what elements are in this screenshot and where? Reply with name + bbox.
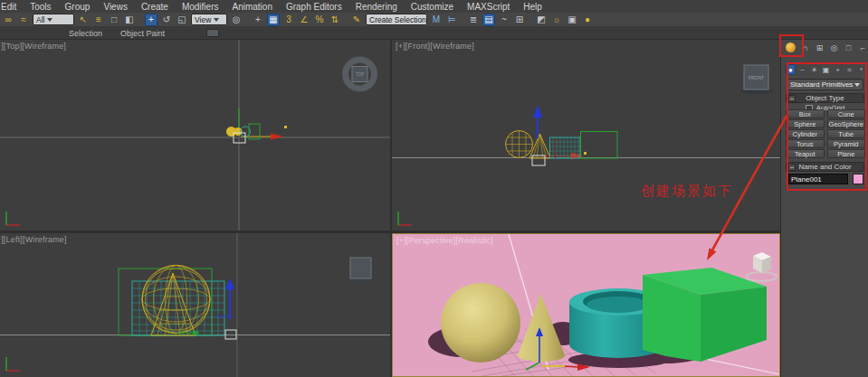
subcat-space-warps-icon[interactable]: ≈ bbox=[844, 64, 854, 75]
subcat-geometry-icon[interactable]: ● bbox=[786, 64, 796, 75]
cone-left-view[interactable] bbox=[151, 273, 196, 335]
sphere-3d[interactable] bbox=[441, 283, 520, 363]
viewport-top[interactable]: [+][Top][Wireframe] TOP bbox=[0, 40, 390, 231]
plane-button[interactable]: Plane bbox=[827, 149, 866, 158]
curve-editor-icon[interactable]: ~ bbox=[498, 14, 510, 26]
select-object-icon[interactable]: ↖ bbox=[77, 14, 90, 26]
render-icon[interactable]: ● bbox=[581, 14, 594, 26]
axis-tick bbox=[584, 152, 587, 155]
annotation-caption: 创建场景如下 bbox=[641, 183, 733, 200]
ribbon-minimize-icon[interactable] bbox=[206, 29, 219, 37]
subcat-helpers-icon[interactable]: + bbox=[833, 64, 843, 75]
viewport-left[interactable]: [+][Left][Wireframe] bbox=[0, 233, 390, 377]
tab-modify-icon[interactable]: ∩ bbox=[799, 42, 811, 53]
viewcube-perspective[interactable] bbox=[746, 252, 777, 281]
cylinder-button[interactable]: Cylinder bbox=[786, 129, 825, 138]
sphere-front-view[interactable] bbox=[506, 131, 533, 158]
chevron-down-icon bbox=[47, 18, 52, 22]
window-crossing-icon[interactable]: ◧ bbox=[123, 14, 136, 26]
viewcube-left[interactable] bbox=[346, 258, 375, 284]
menu-create[interactable]: Create bbox=[141, 2, 168, 12]
gizmo-x-arrowhead[interactable] bbox=[271, 134, 283, 140]
viewcube-front[interactable]: FRONT bbox=[740, 65, 773, 94]
subcat-cameras-icon[interactable]: ▣ bbox=[821, 64, 831, 75]
layer-manager-icon[interactable]: ≣ bbox=[467, 14, 480, 26]
subcat-systems-icon[interactable]: * bbox=[856, 64, 866, 75]
select-by-name-icon[interactable]: ≡ bbox=[92, 14, 105, 26]
object-color-swatch[interactable] bbox=[853, 174, 863, 184]
rendered-frame-icon[interactable]: ▣ bbox=[566, 14, 578, 26]
material-editor-icon[interactable]: ◩ bbox=[535, 14, 548, 26]
ribbon-tab-selection[interactable]: Selection bbox=[60, 29, 111, 38]
menu-views[interactable]: Views bbox=[103, 2, 128, 12]
viewport-perspective[interactable]: [+][Perspective][Realistic] bbox=[392, 233, 780, 377]
menu-graph-editors[interactable]: Graph Editors bbox=[286, 2, 342, 12]
menu-animation[interactable]: Animation bbox=[232, 2, 272, 12]
axis-tick bbox=[284, 126, 287, 128]
mirror-icon[interactable]: M bbox=[430, 14, 443, 26]
percent-snap-icon[interactable]: % bbox=[313, 14, 326, 26]
cone-button[interactable]: Cone bbox=[827, 109, 866, 118]
keyboard-override-icon[interactable]: ▦ bbox=[267, 14, 280, 26]
angle-snap-icon[interactable]: ∠ bbox=[298, 14, 310, 26]
select-and-link-icon[interactable]: ∞ bbox=[2, 14, 14, 26]
menu-help[interactable]: Help bbox=[523, 2, 542, 12]
geosphere-button[interactable]: GeoSphere bbox=[827, 119, 866, 128]
torus-button[interactable]: Torus bbox=[786, 139, 825, 148]
snap-3d-icon[interactable]: 3 bbox=[282, 14, 295, 26]
select-and-scale-icon[interactable]: ◱ bbox=[176, 14, 188, 26]
collapse-icon[interactable]: − bbox=[788, 95, 796, 102]
align-icon[interactable]: ⊨ bbox=[445, 14, 458, 26]
viewport-top-label[interactable]: [+][Top][Wireframe] bbox=[0, 42, 66, 51]
menu-customize[interactable]: Customize bbox=[411, 2, 453, 12]
pyramid-button[interactable]: Pyramid bbox=[827, 139, 866, 148]
name-and-color-rollout[interactable]: − Name and Color bbox=[786, 162, 864, 172]
tab-motion-icon[interactable]: ◎ bbox=[828, 42, 840, 53]
named-selection-sets-icon[interactable]: ✎ bbox=[350, 14, 363, 26]
viewport-area: [+][Top][Wireframe] TOP bbox=[0, 40, 780, 377]
reference-coordinate-dropdown[interactable]: View bbox=[191, 14, 227, 25]
gizmo-z-arrowhead[interactable] bbox=[225, 278, 234, 289]
menu-edit[interactable]: Edit bbox=[1, 2, 16, 12]
schematic-view-icon[interactable]: ⊞ bbox=[513, 14, 526, 26]
menu-rendering[interactable]: Rendering bbox=[356, 2, 397, 12]
viewcube-top-label: TOP bbox=[356, 72, 364, 77]
viewport-left-label[interactable]: [+][Left][Wireframe] bbox=[0, 235, 67, 244]
subcat-lights-icon[interactable]: ☀ bbox=[809, 64, 819, 75]
viewport-front-label[interactable]: [+][Front][Wireframe] bbox=[396, 42, 474, 51]
primitive-category-dropdown[interactable]: Standard Primitives bbox=[787, 79, 863, 90]
tab-display-icon[interactable]: □ bbox=[843, 42, 854, 53]
select-and-rotate-icon[interactable]: ↺ bbox=[160, 14, 173, 26]
viewport-front[interactable]: [+][Front][Wireframe] bbox=[392, 40, 780, 231]
object-type-rollout[interactable]: − Object Type bbox=[786, 93, 864, 103]
tab-hierarchy-icon[interactable]: ⊞ bbox=[814, 42, 825, 53]
spinner-snap-icon[interactable]: ⇅ bbox=[329, 14, 341, 26]
selection-filter-dropdown[interactable]: All bbox=[33, 14, 74, 25]
use-pivot-center-icon[interactable]: ◎ bbox=[230, 14, 243, 26]
box-button[interactable]: Box bbox=[786, 109, 825, 118]
viewport-perspective-label[interactable]: [+][Perspective][Realistic] bbox=[396, 236, 493, 245]
ribbon-tab-object-paint[interactable]: Object Paint bbox=[111, 29, 174, 38]
sphere-button[interactable]: Sphere bbox=[786, 119, 825, 128]
teapot-button[interactable]: Teapot bbox=[786, 149, 825, 158]
select-and-manipulate-icon[interactable]: + bbox=[252, 14, 264, 26]
collapse-icon[interactable]: − bbox=[788, 164, 796, 171]
gizmo-z-arrowhead[interactable] bbox=[533, 105, 542, 118]
selection-set-dropdown[interactable]: Create Selection Se bbox=[366, 14, 427, 25]
object-name-field[interactable] bbox=[788, 174, 848, 184]
rectangular-selection-icon[interactable]: □ bbox=[108, 14, 120, 26]
render-setup-icon[interactable]: ☼ bbox=[550, 14, 563, 26]
toggle-ribbon-icon[interactable]: ▤ bbox=[482, 14, 495, 26]
menu-tools[interactable]: Tools bbox=[30, 2, 51, 12]
select-and-move-icon[interactable]: + bbox=[145, 14, 157, 26]
chevron-down-icon bbox=[854, 83, 860, 87]
menu-modifiers[interactable]: Modifiers bbox=[182, 2, 219, 12]
tab-create-icon[interactable] bbox=[785, 42, 796, 53]
tube-button[interactable]: Tube bbox=[827, 129, 866, 138]
bind-to-space-warp-icon[interactable]: ≈ bbox=[17, 14, 30, 26]
menu-maxscript[interactable]: MAXScript bbox=[467, 2, 510, 12]
menu-group[interactable]: Group bbox=[65, 2, 91, 12]
subcat-shapes-icon[interactable]: ~ bbox=[797, 64, 807, 75]
tab-utilities-icon[interactable]: ⌐ bbox=[857, 42, 868, 53]
box-3d[interactable] bbox=[643, 268, 767, 362]
